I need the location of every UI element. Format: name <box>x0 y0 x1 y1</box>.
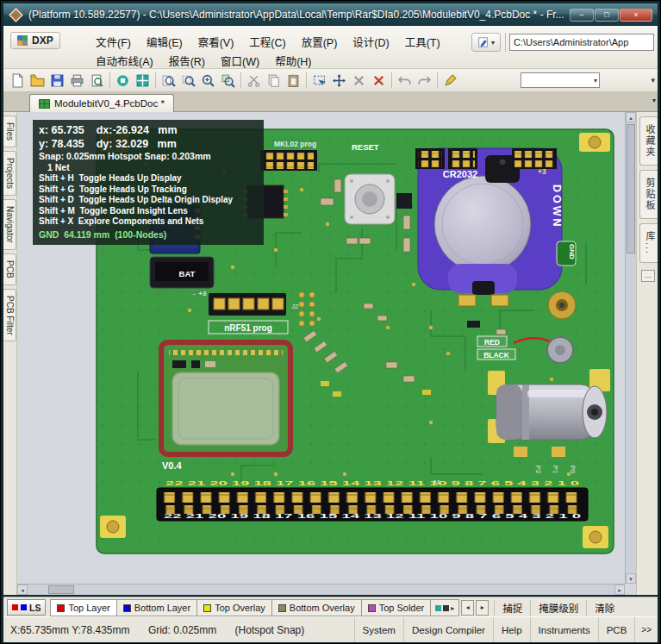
vertical-scrollbar[interactable]: ▴ ▾ <box>625 112 636 584</box>
sidebar-tab-pcb-filter[interactable]: PCB Filter <box>3 289 16 342</box>
layer-tab-bottom-layer[interactable]: Bottom Layer <box>117 599 197 616</box>
menu-help[interactable]: 帮助(H) <box>267 51 319 71</box>
menu-bar: DXP 文件(F) 编辑(E) 察看(V) 工程(C) 放置(P) 设计(D) … <box>3 26 658 69</box>
menu-edit[interactable]: 编辑(E) <box>139 32 190 52</box>
panel-tab-clipboard[interactable]: 剪贴板 <box>639 170 658 219</box>
quick-edit-button[interactable]: ▾ <box>471 33 501 52</box>
clear-button[interactable]: 清除 <box>586 600 622 616</box>
maximize-button[interactable]: □ <box>595 9 619 22</box>
toolbar-overflow-button[interactable]: ▾ <box>651 76 655 84</box>
layer-tab-top-solder[interactable]: Top Solder <box>362 599 432 616</box>
status-left: X:65.735mm Y:78.435mm Grid: 0.025mm (Hot… <box>10 624 320 636</box>
interactive-routing-button[interactable] <box>440 71 460 90</box>
panel-tab-favorites[interactable]: 收藏夹 <box>639 116 658 166</box>
pcb-canvas[interactable]: CR2032 +3 DOWN GND MKL02 prog <box>17 112 636 595</box>
menu-file[interactable]: 文件(F) <box>88 32 139 52</box>
zoom-area-button[interactable] <box>178 71 198 90</box>
panel-overflow-button[interactable]: >> <box>634 617 658 642</box>
move-button[interactable] <box>329 71 349 90</box>
vertical-scroll-thumb[interactable] <box>627 124 635 253</box>
silk-gnd: GND <box>568 244 576 259</box>
layer-tab-top-layer[interactable]: Top Layer <box>50 599 116 616</box>
menu-tools[interactable]: 工具(T) <box>397 32 448 52</box>
menu-autoroute[interactable]: 自动布线(A) <box>88 51 161 71</box>
copy-button[interactable] <box>264 71 284 90</box>
menu-reports[interactable]: 报告(R) <box>161 51 213 71</box>
select-area-button[interactable] <box>309 71 329 90</box>
dxp-menu-button[interactable]: DXP <box>10 32 60 49</box>
menu-place[interactable]: 放置(P) <box>294 32 346 52</box>
scroll-down-arrow[interactable]: ▾ <box>626 573 636 584</box>
horizontal-scrollbar[interactable]: ◂ ▸ <box>17 584 625 595</box>
open-button[interactable] <box>28 71 47 90</box>
panel-button-pcb[interactable]: PCB <box>598 617 635 642</box>
new-document-button[interactable] <box>8 71 28 90</box>
gnd-badge[interactable]: GND <box>557 241 576 266</box>
cut-button[interactable] <box>244 71 264 90</box>
undo-icon <box>397 73 412 88</box>
panel-button-help[interactable]: Help <box>493 617 530 642</box>
layer-scroll-left[interactable]: ◂ <box>461 600 474 616</box>
layer-sets-button[interactable]: LS <box>7 599 46 616</box>
print-preview-button[interactable] <box>87 71 107 90</box>
variant-combo[interactable]: ▾ <box>521 72 600 88</box>
zoom-selection-button[interactable] <box>218 71 238 90</box>
sidebar-tab-files[interactable]: Files <box>3 116 16 147</box>
menu-project[interactable]: 工程(C) <box>241 32 293 52</box>
undo-button[interactable] <box>395 71 415 90</box>
zoom-in-button[interactable] <box>198 71 218 90</box>
cursor-coordinates: X:65.735mm Y:78.435mm <box>10 624 130 636</box>
vault-button[interactable] <box>113 71 133 90</box>
document-tab-label: ModulebitV0_4.PcbDoc * <box>54 98 165 109</box>
tab-scroll-button[interactable]: ▾ <box>652 97 656 104</box>
battery-connector[interactable]: BAT <box>150 257 214 288</box>
layer-bar: LS Top Layer Bottom Layer Top Overlay Bo… <box>3 597 658 616</box>
menu-design[interactable]: 设计(D) <box>345 32 396 52</box>
rf-module[interactable] <box>161 342 290 454</box>
mask-level-button[interactable]: 掩膜级别 <box>530 600 586 616</box>
hud-shortcut-3: Shift + D Toggle Heads Up Delta Origin D… <box>39 195 258 206</box>
clear-x-icon <box>371 73 386 88</box>
copy-icon <box>266 73 281 88</box>
paste-clipboard-icon <box>286 73 301 88</box>
minimize-button[interactable]: – <box>570 9 594 22</box>
clear-filter-button[interactable] <box>369 71 389 90</box>
layer-tab-bottom-overlay[interactable]: Bottom Overlay <box>272 599 362 616</box>
panel-button-design-compiler[interactable]: Design Compiler <box>403 617 493 642</box>
menu-view[interactable]: 察看(V) <box>190 32 242 52</box>
edge-pin-header[interactable]: 22 21 20 19 18 17 16 15 14 13 12 11 10 9… <box>157 488 588 521</box>
layer-scroll-right[interactable]: ▸ <box>476 600 489 616</box>
hud-shortcut-1: Shift + H Toggle Heads Up Display <box>39 173 258 184</box>
layer-tab-top-overlay[interactable]: Top Overlay <box>197 599 272 616</box>
print-button[interactable] <box>67 71 87 90</box>
save-button[interactable] <box>47 71 67 90</box>
silk-version: V0.4 <box>162 460 183 471</box>
document-tab[interactable]: ModulebitV0_4.PcbDoc * <box>29 94 174 112</box>
panel-more-button[interactable]: ... <box>641 270 655 282</box>
zoom-document-button[interactable] <box>159 71 178 90</box>
sidebar-tab-navigator[interactable]: Navigator <box>3 199 16 250</box>
layer-tab-overflow[interactable]: ▸ <box>431 599 459 616</box>
scroll-up-arrow[interactable]: ▴ <box>626 112 636 122</box>
scroll-left-arrow[interactable]: ◂ <box>17 585 28 595</box>
cut-scissors-icon <box>246 73 261 88</box>
deselect-button[interactable] <box>349 71 369 90</box>
snap-button[interactable]: 捕捉 <box>494 600 530 616</box>
sidebar-tab-pcb[interactable]: PCB <box>3 253 16 285</box>
scroll-right-arrow[interactable]: ▸ <box>614 585 625 595</box>
right-panel-strip: 收藏夹 剪贴板 库... ... <box>636 112 658 595</box>
titlebar: (Platform 10.589.22577) - C:\Users\Admin… <box>3 3 658 26</box>
battery-holder[interactable]: CR2032 +3 DOWN <box>418 148 563 306</box>
sidebar-tab-projects[interactable]: Projects <box>3 151 16 196</box>
menu-window[interactable]: 窗口(W) <box>213 51 267 71</box>
panel-button-system[interactable]: System <box>354 617 403 642</box>
redo-button[interactable] <box>415 71 434 90</box>
storage-button[interactable] <box>133 71 153 90</box>
paste-button[interactable] <box>284 71 303 90</box>
save-floppy-icon <box>50 73 65 88</box>
panel-tab-libraries[interactable]: 库... <box>639 223 658 263</box>
path-combo[interactable]: C:\Users\Administrator\App <box>509 34 654 51</box>
horizontal-scroll-thumb[interactable] <box>48 585 74 594</box>
panel-button-instruments[interactable]: Instruments <box>530 617 598 642</box>
close-button[interactable]: × <box>620 9 652 22</box>
